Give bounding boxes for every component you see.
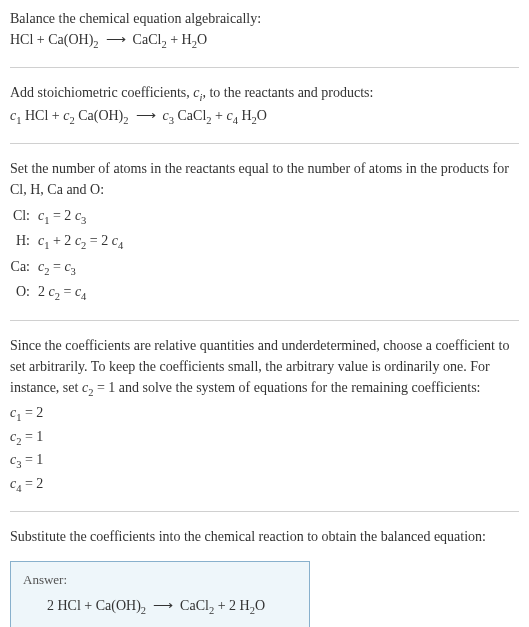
atom-balance-table: Cl: c1 = 2 c3 H: c1 + 2 c2 = 2 c4 Ca: c2… — [10, 204, 129, 306]
intro-equation: HCl + Ca(OH)2 ⟶ CaCl2 + H2O — [10, 29, 519, 53]
table-row: Ca: c2 = c3 — [10, 255, 129, 281]
divider — [10, 67, 519, 68]
divider — [10, 143, 519, 144]
atom-label: Cl: — [10, 204, 38, 230]
coefficient-list: c1 = 2 c2 = 1 c3 = 1 c4 = 2 — [10, 402, 519, 496]
atom-label: Ca: — [10, 255, 38, 281]
divider — [10, 511, 519, 512]
coefficient-value: c1 = 2 — [10, 402, 519, 426]
step2-section: Set the number of atoms in the reactants… — [10, 158, 519, 306]
answer-box: Answer: 2 HCl + Ca(OH)2 ⟶ CaCl2 + 2 H2O — [10, 561, 310, 627]
answer-label: Answer: — [23, 570, 297, 590]
atom-equation: c2 = c3 — [38, 255, 129, 281]
coefficient-value: c3 = 1 — [10, 449, 519, 473]
coefficient-value: c4 = 2 — [10, 473, 519, 497]
intro-section: Balance the chemical equation algebraica… — [10, 8, 519, 53]
step1-section: Add stoichiometric coefficients, ci, to … — [10, 82, 519, 129]
divider — [10, 320, 519, 321]
step1-equation: c1 HCl + c2 Ca(OH)2 ⟶ c3 CaCl2 + c4 H2O — [10, 105, 519, 129]
atom-label: O: — [10, 280, 38, 306]
atom-equation: 2 c2 = c4 — [38, 280, 129, 306]
table-row: Cl: c1 = 2 c3 — [10, 204, 129, 230]
coefficient-value: c2 = 1 — [10, 426, 519, 450]
atom-equation: c1 = 2 c3 — [38, 204, 129, 230]
table-row: H: c1 + 2 c2 = 2 c4 — [10, 229, 129, 255]
answer-equation: 2 HCl + Ca(OH)2 ⟶ CaCl2 + 2 H2O — [23, 595, 297, 619]
step4-section: Substitute the coefficients into the che… — [10, 526, 519, 547]
step3-text: Since the coefficients are relative quan… — [10, 335, 519, 401]
step3-section: Since the coefficients are relative quan… — [10, 335, 519, 497]
table-row: O: 2 c2 = c4 — [10, 280, 129, 306]
intro-line1: Balance the chemical equation algebraica… — [10, 8, 519, 29]
atom-label: H: — [10, 229, 38, 255]
step2-text: Set the number of atoms in the reactants… — [10, 158, 519, 200]
atom-equation: c1 + 2 c2 = 2 c4 — [38, 229, 129, 255]
step1-text: Add stoichiometric coefficients, ci, to … — [10, 82, 519, 106]
step4-text: Substitute the coefficients into the che… — [10, 526, 519, 547]
